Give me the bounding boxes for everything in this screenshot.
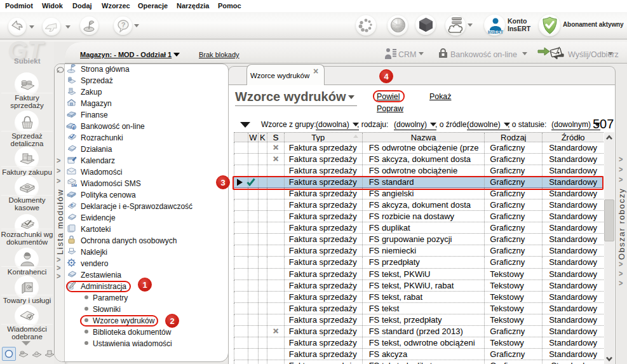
svg-text:InsERT: InsERT bbox=[488, 30, 504, 34]
svg-text:?: ? bbox=[121, 21, 126, 29]
svg-text:e: e bbox=[72, 125, 75, 130]
svg-text:e: e bbox=[71, 203, 73, 207]
svg-text:SMS: SMS bbox=[71, 184, 77, 187]
